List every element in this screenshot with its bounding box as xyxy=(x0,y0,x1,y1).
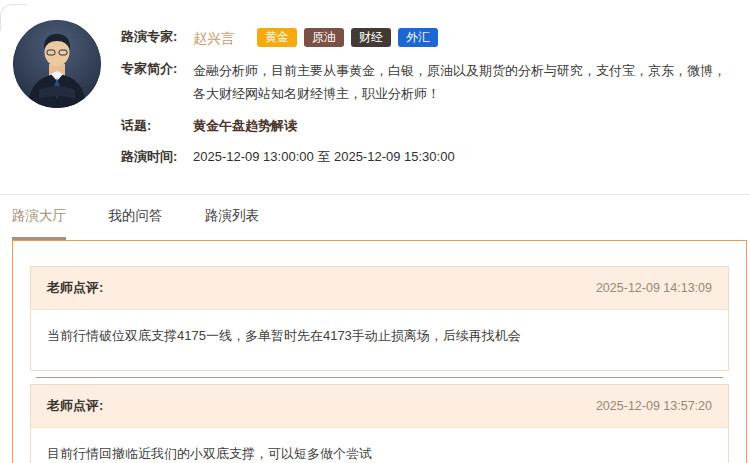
comment-content: 当前行情破位双底支撑4175一线，多单暂时先在4173手动止损离场，后续再找机会 xyxy=(31,310,728,370)
roadshow-hall-content: 老师点评: 2025-12-09 14:13:09 当前行情破位双底支撑4175… xyxy=(12,240,747,463)
teacher-comment-card: 老师点评: 2025-12-09 13:57:20 目前行情回撤临近我们的小双底… xyxy=(30,384,729,463)
comment-timestamp: 2025-12-09 14:13:09 xyxy=(596,281,712,295)
comment-header: 老师点评: 2025-12-09 13:57:20 xyxy=(31,385,728,428)
time-text: 2025-12-09 13:00:00 至 2025-12-09 15:30:0… xyxy=(193,147,740,167)
tag-crude-oil: 原油 xyxy=(304,28,344,47)
comment-timestamp: 2025-12-09 13:57:20 xyxy=(596,399,712,413)
roadshow-page: 路演专家: 赵兴言黄金原油财经外汇 专家简介: 金融分析师，目前主要从事黄金，白… xyxy=(0,0,750,463)
expert-profile-section: 路演专家: 赵兴言黄金原油财经外汇 专家简介: 金融分析师，目前主要从事黄金，白… xyxy=(0,0,750,178)
comment-title: 老师点评: xyxy=(47,397,103,415)
comment-title: 老师点评: xyxy=(47,279,103,297)
tag-forex: 外汇 xyxy=(398,28,438,47)
topic-text: 黄金午盘趋势解读 xyxy=(193,116,740,136)
tab-my-questions[interactable]: 我的问答 xyxy=(108,207,162,240)
expert-name[interactable]: 赵兴言 xyxy=(193,30,235,46)
tag-gold: 黄金 xyxy=(257,28,297,47)
expert-name-value: 赵兴言黄金原油财经外汇 xyxy=(193,27,740,48)
time-row: 路演时间: 2025-12-09 13:00:00 至 2025-12-09 1… xyxy=(121,147,740,167)
teacher-comment-card: 老师点评: 2025-12-09 14:13:09 当前行情破位双底支撑4175… xyxy=(30,266,729,371)
expert-info: 路演专家: 赵兴言黄金原油财经外汇 专家简介: 金融分析师，目前主要从事黄金，白… xyxy=(121,20,750,178)
topic-label: 话题: xyxy=(121,116,193,136)
topic-row: 话题: 黄金午盘趋势解读 xyxy=(121,116,740,136)
intro-label: 专家简介: xyxy=(121,59,193,79)
expert-avatar xyxy=(13,20,101,108)
intro-text: 金融分析师，目前主要从事黄金，白银，原油以及期货的分析与研究，支付宝，京东，微博… xyxy=(193,59,740,105)
comment-header: 老师点评: 2025-12-09 14:13:09 xyxy=(31,267,728,310)
expert-name-row: 路演专家: 赵兴言黄金原油财经外汇 xyxy=(121,27,740,48)
expert-label: 路演专家: xyxy=(121,27,193,47)
tab-roadshow-hall[interactable]: 路演大厅 xyxy=(12,207,66,240)
comment-divider xyxy=(36,377,723,378)
section-divider xyxy=(0,194,750,195)
tab-roadshow-list[interactable]: 路演列表 xyxy=(205,207,259,240)
comment-content: 目前行情回撤临近我们的小双底支撑，可以短多做个尝试 xyxy=(31,428,728,463)
expert-portrait-illustration xyxy=(13,20,101,108)
expert-intro-row: 专家简介: 金融分析师，目前主要从事黄金，白银，原油以及期货的分析与研究，支付宝… xyxy=(121,59,740,105)
time-label: 路演时间: xyxy=(121,147,193,167)
tag-finance: 财经 xyxy=(351,28,391,47)
tab-bar: 路演大厅 我的问答 路演列表 xyxy=(0,206,750,240)
